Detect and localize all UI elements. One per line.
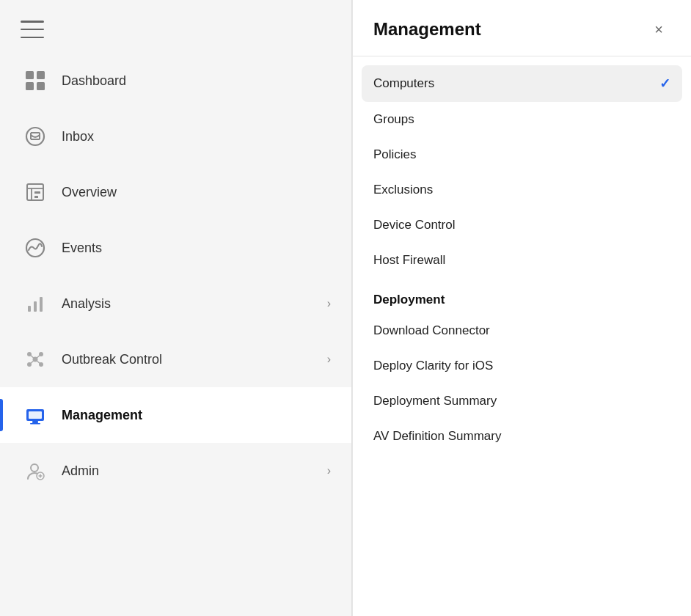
outbreak-control-icon — [21, 345, 50, 374]
exclusions-label: Exclusions — [373, 183, 433, 197]
sidebar-item-inbox[interactable]: Inbox — [0, 109, 351, 164]
groups-label: Groups — [373, 112, 414, 127]
svg-point-31 — [31, 464, 38, 472]
dashboard-icon — [21, 66, 50, 95]
svg-rect-29 — [32, 421, 38, 423]
svg-rect-13 — [34, 196, 38, 198]
admin-chevron-icon: › — [327, 464, 331, 477]
svg-rect-15 — [28, 306, 31, 312]
sidebar-nav: Dashboard Inbox — [0, 53, 351, 616]
svg-rect-17 — [40, 297, 43, 312]
management-icon — [21, 400, 50, 430]
svg-line-25 — [29, 359, 35, 364]
panel-item-device-control[interactable]: Device Control — [353, 208, 691, 243]
sidebar-item-label-inbox: Inbox — [62, 129, 331, 144]
panel-item-computers[interactable]: Computers ✓ — [362, 65, 682, 102]
inbox-icon — [21, 122, 50, 151]
svg-line-26 — [35, 359, 41, 364]
panel-item-policies[interactable]: Policies — [353, 137, 691, 172]
sidebar: Dashboard Inbox — [0, 0, 352, 616]
analysis-icon — [21, 289, 50, 318]
svg-rect-1 — [37, 71, 45, 79]
sidebar-item-label-admin: Admin — [62, 463, 327, 479]
deployment-section-header: Deployment — [353, 278, 691, 313]
sidebar-item-dashboard[interactable]: Dashboard — [0, 53, 351, 109]
sidebar-item-label-events: Events — [62, 241, 331, 256]
sidebar-item-label-outbreak-control: Outbreak Control — [62, 352, 327, 367]
svg-rect-28 — [29, 411, 42, 419]
panel-item-groups[interactable]: Groups — [353, 102, 691, 137]
panel-title: Management — [373, 19, 481, 40]
deploy-clarity-ios-label: Deploy Clarity for iOS — [373, 359, 493, 373]
overview-icon — [21, 177, 50, 207]
sidebar-item-label-analysis: Analysis — [62, 296, 327, 312]
sidebar-item-events[interactable]: Events — [0, 220, 351, 276]
panel-header: Management × — [353, 0, 691, 56]
av-definition-summary-label: AV Definition Summary — [373, 429, 501, 444]
panel-item-deployment-summary[interactable]: Deployment Summary — [353, 384, 691, 419]
svg-rect-12 — [34, 191, 40, 194]
sidebar-item-management[interactable]: Management — [0, 387, 351, 443]
outbreak-control-chevron-icon: › — [327, 353, 331, 366]
svg-rect-30 — [30, 423, 40, 425]
sidebar-item-label-overview: Overview — [62, 185, 331, 200]
svg-rect-0 — [26, 71, 34, 79]
events-icon — [21, 233, 50, 263]
computers-label: Computers — [373, 76, 434, 91]
sidebar-item-label-dashboard: Dashboard — [62, 73, 331, 89]
svg-rect-16 — [34, 301, 37, 312]
svg-line-23 — [29, 354, 35, 359]
panel-item-av-definition-summary[interactable]: AV Definition Summary — [353, 419, 691, 454]
panel-item-host-firewall[interactable]: Host Firewall — [353, 243, 691, 278]
sidebar-item-analysis[interactable]: Analysis › — [0, 276, 351, 331]
download-connector-label: Download Connector — [373, 323, 490, 338]
svg-rect-2 — [26, 82, 34, 90]
panel-body: Computers ✓ Groups Policies Exclusions D… — [353, 56, 691, 616]
sidebar-item-admin[interactable]: Admin › — [0, 443, 351, 499]
management-panel: Management × Computers ✓ Groups Policies… — [352, 0, 691, 616]
deployment-summary-label: Deployment Summary — [373, 394, 497, 408]
analysis-chevron-icon: › — [327, 297, 331, 310]
host-firewall-label: Host Firewall — [373, 253, 445, 268]
admin-icon — [21, 456, 50, 485]
sidebar-item-outbreak-control[interactable]: Outbreak Control › — [0, 331, 351, 387]
sidebar-header — [0, 0, 351, 53]
policies-label: Policies — [373, 147, 417, 162]
panel-item-download-connector[interactable]: Download Connector — [353, 313, 691, 348]
check-icon: ✓ — [659, 76, 670, 92]
panel-item-deploy-clarity-ios[interactable]: Deploy Clarity for iOS — [353, 348, 691, 384]
svg-line-24 — [35, 354, 41, 359]
panel-item-exclusions[interactable]: Exclusions — [353, 172, 691, 208]
hamburger-menu-button[interactable] — [21, 21, 44, 38]
close-button[interactable]: × — [647, 18, 670, 41]
device-control-label: Device Control — [373, 218, 456, 232]
sidebar-item-label-management: Management — [62, 408, 331, 423]
svg-rect-3 — [37, 82, 45, 90]
sidebar-item-overview[interactable]: Overview — [0, 164, 351, 220]
